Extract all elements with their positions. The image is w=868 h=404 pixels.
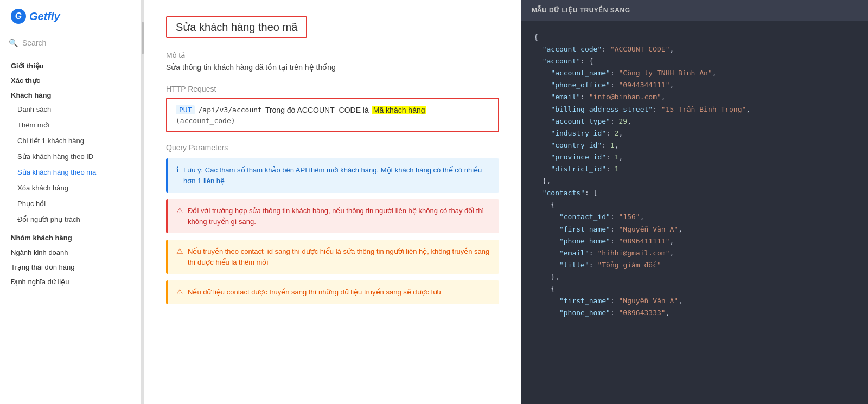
code-line-5: "phone_office": "0944344111", bbox=[534, 79, 855, 91]
code-line-17: "first_name": "Nguyễn Văn A", bbox=[534, 223, 855, 235]
sidebar-item-phuc-hoi[interactable]: Phục hồi bbox=[0, 196, 141, 211]
warning-red-icon: ⚠ bbox=[176, 206, 183, 215]
alert-info-text: Lưu ý: Các tham số tham khảo bên API thê… bbox=[183, 165, 490, 186]
sidebar-item-gioi-thieu[interactable]: Giới thiệu bbox=[0, 57, 141, 72]
logo-icon: G bbox=[11, 9, 26, 24]
request-desc-1: Trong đó ACCOUNT_CODE là bbox=[265, 106, 369, 114]
alert-warning-orange-1: ⚠ Nếu truyền theo contact_id sang thì đư… bbox=[166, 240, 499, 274]
page-title-box: Sửa khách hàng theo mã bbox=[166, 16, 307, 38]
warning-orange-icon-2: ⚠ bbox=[176, 287, 183, 296]
query-params-section: Query Parameters ℹ Lưu ý: Các tham số th… bbox=[166, 143, 499, 304]
mo-ta-label: Mô tả bbox=[166, 51, 499, 60]
sidebar-item-xoa[interactable]: Xóa khách hàng bbox=[0, 180, 141, 196]
code-line-11: "province_id": 1, bbox=[534, 151, 855, 163]
sidebar-item-nganh[interactable]: Ngành kinh doanh bbox=[0, 244, 141, 259]
sidebar-item-sua-theo-ma[interactable]: Sửa khách hàng theo mã bbox=[0, 164, 141, 180]
logo-area: G Getfly bbox=[0, 0, 141, 33]
code-line-14: "contacts": [ bbox=[534, 187, 855, 199]
code-line-3: "account": { bbox=[534, 55, 855, 67]
code-line-18: "phone_home": "0896411111", bbox=[534, 235, 855, 247]
code-line-1: { bbox=[534, 31, 855, 43]
http-sub-desc: (account_code) bbox=[176, 117, 489, 125]
alert-warning-orange-text-2: Nếu dữ liệu contact được truyền sang thì… bbox=[188, 287, 441, 298]
info-icon: ℹ bbox=[176, 165, 179, 174]
sidebar-item-xac-thuc[interactable]: Xác thực bbox=[0, 72, 141, 87]
http-endpoint: /api/v3/account bbox=[198, 106, 261, 114]
code-line-16: "contact_id": "156", bbox=[534, 211, 855, 223]
sidebar-item-khach-hang[interactable]: Khách hàng bbox=[0, 87, 141, 101]
search-bar[interactable]: 🔍 Search bbox=[0, 33, 141, 53]
sidebar-item-nhom[interactable]: Nhóm khách hàng bbox=[0, 229, 141, 244]
code-line-8: "account_type": 29, bbox=[534, 116, 855, 127]
code-line-23: "first_name": "Nguyễn Văn A", bbox=[534, 295, 855, 307]
page-title: Sửa khách hàng theo mã bbox=[176, 21, 297, 34]
search-icon: 🔍 bbox=[9, 39, 18, 47]
code-panel-header: MẪU DỮ LIỆU TRUYỀN SANG bbox=[521, 0, 868, 21]
code-line-4: "account_name": "Công ty TNHH Bình An", bbox=[534, 67, 855, 79]
warning-orange-icon-1: ⚠ bbox=[176, 247, 183, 255]
query-params-label: Query Parameters bbox=[166, 143, 499, 152]
code-line-19: "email": "hihhi@gmail.com", bbox=[534, 247, 855, 259]
sidebar-item-sua-theo-id[interactable]: Sửa khách hàng theo ID bbox=[0, 149, 141, 164]
sidebar: G Getfly 🔍 Search Giới thiệu Xác thực Kh… bbox=[0, 0, 141, 404]
logo: G Getfly bbox=[11, 9, 60, 24]
code-line-10: "country_id": 1, bbox=[534, 139, 855, 151]
sidebar-nav: Giới thiệu Xác thực Khách hàng Danh sách… bbox=[0, 53, 141, 404]
code-line-20: "title": "Tổng giám đốc" bbox=[534, 259, 855, 271]
highlight-ma-khach-hang: Mã khách hàng bbox=[372, 106, 426, 114]
sidebar-item-chi-tiet[interactable]: Chi tiết 1 khách hàng bbox=[0, 133, 141, 149]
scroll-indicator bbox=[141, 0, 144, 404]
code-panel: MẪU DỮ LIỆU TRUYỀN SANG { "account_code"… bbox=[521, 0, 868, 404]
code-line-13: }, bbox=[534, 175, 855, 187]
logo-text: Getfly bbox=[29, 10, 60, 23]
code-line-6: "email": "info@binhan.com", bbox=[534, 91, 855, 103]
mo-ta-section: Mô tả Sửa thông tin khách hàng đã tồn tạ… bbox=[166, 51, 499, 72]
search-placeholder: Search bbox=[22, 39, 46, 47]
main-content: Sửa khách hàng theo mã Mô tả Sửa thông t… bbox=[144, 0, 521, 404]
sidebar-item-trang-thai[interactable]: Trạng thái đơn hàng bbox=[0, 259, 141, 273]
http-line: PUT /api/v3/account Trong đó ACCOUNT_COD… bbox=[176, 105, 489, 114]
alert-warning-orange-2: ⚠ Nếu dữ liệu contact được truyền sang t… bbox=[166, 280, 499, 304]
code-line-7: "billing_address_street": "15 Trần Bình … bbox=[534, 104, 855, 116]
http-request-label: HTTP Request bbox=[166, 85, 499, 93]
sidebar-group-khach-hang: Khách hàng Danh sách Thêm mới Chi tiết 1… bbox=[0, 87, 141, 227]
http-method: PUT bbox=[176, 105, 195, 114]
alert-warning-red-text: Đối với trường hợp sửa thông tin khách h… bbox=[188, 206, 490, 227]
sidebar-item-them-moi[interactable]: Thêm mới bbox=[0, 117, 141, 133]
code-line-22: { bbox=[534, 283, 855, 295]
sidebar-item-dinh-nghia[interactable]: Định nghĩa dữ liệu bbox=[0, 273, 141, 288]
sidebar-item-doi-nguoi[interactable]: Đổi người phụ trách bbox=[0, 211, 141, 227]
code-line-21: }, bbox=[534, 271, 855, 283]
code-line-15: { bbox=[534, 199, 855, 211]
sidebar-item-danh-sach[interactable]: Danh sách bbox=[0, 101, 141, 117]
code-line-12: "district_id": 1 bbox=[534, 163, 855, 175]
code-line-2: "account_code": "ACCOUNT_CODE", bbox=[534, 43, 855, 55]
code-line-24: "phone_home": "089643333", bbox=[534, 307, 855, 319]
mo-ta-content: Sửa thông tin khách hàng đã tồn tại trên… bbox=[166, 63, 499, 72]
alert-warning-red: ⚠ Đối với trường hợp sửa thông tin khách… bbox=[166, 199, 499, 233]
scroll-thumb bbox=[142, 22, 144, 54]
http-request-section: HTTP Request PUT /api/v3/account Trong đ… bbox=[166, 85, 499, 132]
http-request-box: PUT /api/v3/account Trong đó ACCOUNT_COD… bbox=[166, 98, 499, 132]
alert-info: ℹ Lưu ý: Các tham số tham khảo bên API t… bbox=[166, 158, 499, 193]
code-line-9: "industry_id": 2, bbox=[534, 127, 855, 139]
alert-warning-orange-text-1: Nếu truyền theo contact_id sang thì được… bbox=[188, 246, 490, 267]
code-body: { "account_code": "ACCOUNT_CODE", "accou… bbox=[521, 21, 868, 404]
